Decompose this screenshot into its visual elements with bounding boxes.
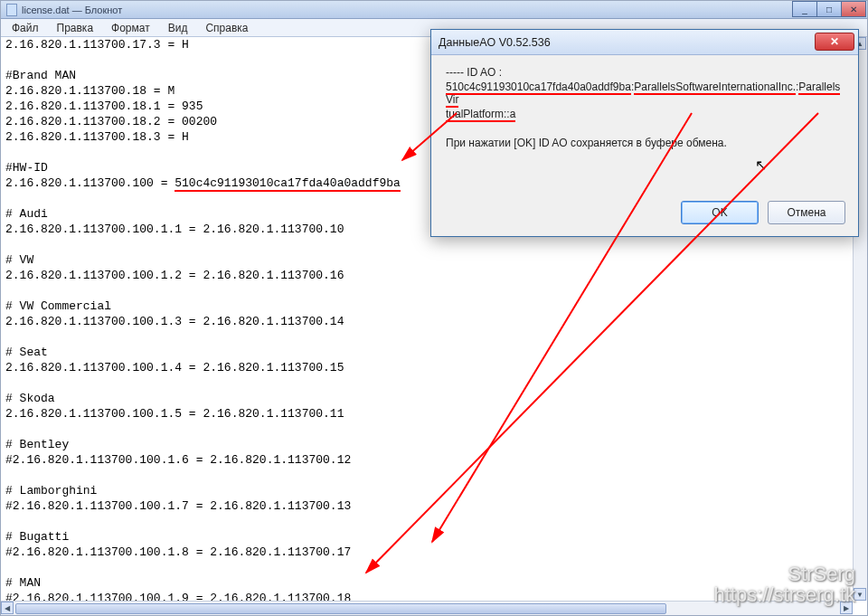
notepad-icon bbox=[6, 4, 17, 16]
notepad-titlebar[interactable]: license.dat — Блокнот bbox=[1, 1, 867, 19]
menu-edit[interactable]: Правка bbox=[48, 20, 103, 36]
scroll-right-button[interactable]: ▶ bbox=[840, 602, 853, 614]
dialog-body: ----- ID AO : 510c4c91193010ca17fda40a0a… bbox=[431, 55, 858, 162]
scroll-down-button[interactable]: ▼ bbox=[854, 588, 866, 601]
dialog-close-button[interactable]: ✕ bbox=[815, 33, 854, 51]
menu-help[interactable]: Справка bbox=[196, 20, 257, 36]
menu-format[interactable]: Формат bbox=[102, 20, 159, 36]
minimize-button[interactable]: _ bbox=[792, 1, 817, 17]
idao-label: ----- ID AO : bbox=[446, 66, 844, 79]
dialog-window: ДанныеAO V0.52.536 ✕ ----- ID AO : 510c4… bbox=[430, 29, 859, 237]
menu-view[interactable]: Вид bbox=[159, 20, 197, 36]
hwid-value: 510c4c91193010ca17fda40a0addf9ba bbox=[175, 176, 401, 192]
scroll-thumb[interactable] bbox=[15, 603, 666, 614]
window-controls: _ □ ✕ bbox=[793, 1, 866, 17]
dialog-note: При нажатии [OK] ID AO сохраняется в буф… bbox=[446, 137, 844, 149]
idao-value-wrap: tualPlatform::a bbox=[446, 108, 844, 120]
notepad-title: license.dat — Блокнот bbox=[22, 5, 122, 15]
cancel-button[interactable]: Отмена bbox=[768, 201, 845, 224]
dialog-title: ДанныеAO V0.52.536 bbox=[439, 36, 551, 49]
close-button[interactable]: ✕ bbox=[841, 1, 866, 17]
horizontal-scrollbar[interactable]: ◀ ▶ bbox=[1, 601, 853, 615]
ok-button[interactable]: OK bbox=[681, 201, 759, 224]
menu-file[interactable]: Файл bbox=[3, 20, 48, 36]
dialog-buttons: OK Отмена bbox=[431, 196, 858, 236]
idao-value: 510c4c91193010ca17fda40a0addf9ba:Paralle… bbox=[446, 81, 844, 106]
maximize-button[interactable]: □ bbox=[816, 1, 842, 17]
scroll-left-button[interactable]: ◀ bbox=[1, 602, 14, 614]
close-icon: ✕ bbox=[830, 35, 839, 48]
dialog-titlebar[interactable]: ДанныеAO V0.52.536 bbox=[431, 30, 858, 55]
